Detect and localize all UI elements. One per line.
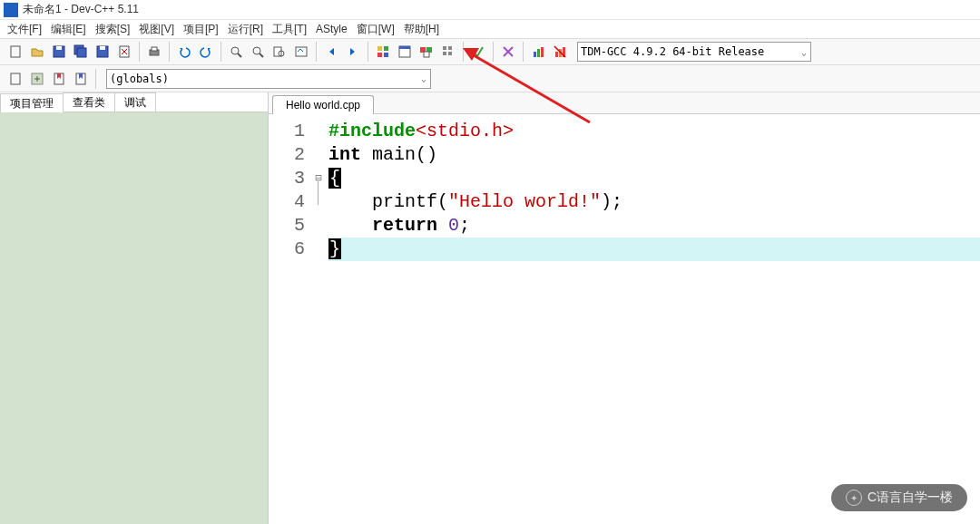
menu-run[interactable]: 运行[R] xyxy=(224,21,267,38)
svg-rect-28 xyxy=(443,46,446,50)
tab-project-manager[interactable]: 项目管理 xyxy=(0,93,64,112)
svg-rect-21 xyxy=(377,53,382,57)
separator xyxy=(523,42,524,62)
svg-line-15 xyxy=(260,53,263,57)
chevron-down-icon: ⌄ xyxy=(801,47,810,57)
toolbar-secondary: (globals) ⌄ xyxy=(0,65,980,92)
svg-rect-31 xyxy=(448,52,452,55)
rebuild-button[interactable] xyxy=(438,42,458,62)
delete-profile-button[interactable] xyxy=(550,42,570,62)
svg-rect-35 xyxy=(537,49,540,57)
title-bar: 未命名1 - Dev-C++ 5.11 xyxy=(0,0,980,20)
window-title: 未命名1 - Dev-C++ 5.11 xyxy=(23,2,139,17)
svg-rect-0 xyxy=(11,46,20,57)
svg-rect-29 xyxy=(448,46,452,50)
svg-rect-11 xyxy=(152,47,157,51)
find-in-files-button[interactable] xyxy=(270,42,289,62)
left-panel: 项目管理 查看类 调试 xyxy=(0,92,269,524)
separator xyxy=(316,42,317,62)
menu-edit[interactable]: 编辑[E] xyxy=(47,21,90,38)
find-button[interactable] xyxy=(226,42,246,62)
compile-run-button[interactable] xyxy=(416,42,436,62)
new-file-button[interactable] xyxy=(5,42,25,62)
code-area[interactable]: #include<stdio.h> int main() { printf("H… xyxy=(325,114,980,524)
separator xyxy=(368,42,368,62)
svg-rect-18 xyxy=(296,47,307,56)
open-button[interactable] xyxy=(27,42,47,62)
profile-button[interactable] xyxy=(528,42,548,62)
menu-search[interactable]: 搜索[S] xyxy=(92,21,134,38)
svg-rect-30 xyxy=(443,52,446,55)
svg-point-12 xyxy=(231,47,239,54)
svg-line-13 xyxy=(238,53,241,57)
menu-project[interactable]: 项目[P] xyxy=(180,21,222,38)
menu-bar: 文件[F] 编辑[E] 搜索[S] 视图[V] 项目[P] 运行[R] 工具[T… xyxy=(0,20,980,38)
fold-gutter: ⊟ xyxy=(312,114,325,524)
previous-bookmark-button[interactable] xyxy=(321,42,341,62)
menu-tools[interactable]: 工具[T] xyxy=(269,21,310,38)
replace-button[interactable] xyxy=(248,42,268,62)
compiler-label: TDM-GCC 4.9.2 64-bit Release xyxy=(581,45,764,58)
fold-marker[interactable]: ⊟ xyxy=(312,167,325,190)
svg-rect-41 xyxy=(11,73,20,84)
menu-help[interactable]: 帮助[H] xyxy=(400,21,443,38)
line-gutter: 1 2 3 4 5 6 xyxy=(269,114,312,524)
left-tabs: 项目管理 查看类 调试 xyxy=(0,92,268,112)
save-all-button[interactable] xyxy=(71,42,91,62)
globals-selector[interactable]: (globals) ⌄ xyxy=(106,69,431,89)
save-as-button[interactable] xyxy=(93,42,113,62)
save-button[interactable] xyxy=(49,42,69,62)
insert-button[interactable] xyxy=(27,69,47,89)
undo-button[interactable] xyxy=(174,42,194,62)
print-button[interactable] xyxy=(144,42,164,62)
menu-astyle[interactable]: AStyle xyxy=(312,22,351,36)
stop-button[interactable] xyxy=(498,42,518,62)
svg-rect-34 xyxy=(534,52,536,57)
svg-rect-36 xyxy=(541,47,544,57)
watermark: ✦ C语言自学一楼 xyxy=(831,484,967,511)
tab-class-view[interactable]: 查看类 xyxy=(63,92,115,112)
goto-bookmark-button[interactable] xyxy=(71,69,91,89)
svg-rect-6 xyxy=(100,46,105,50)
svg-rect-16 xyxy=(274,47,281,56)
separator xyxy=(95,69,96,89)
globals-label: (globals) xyxy=(110,73,169,85)
tab-debug[interactable]: 调试 xyxy=(114,92,156,112)
compile-button[interactable] xyxy=(373,42,393,62)
svg-rect-37 xyxy=(555,52,558,57)
project-tree[interactable] xyxy=(0,112,268,524)
svg-rect-20 xyxy=(384,46,388,51)
run-button[interactable] xyxy=(395,42,415,62)
menu-window[interactable]: 窗口[W] xyxy=(353,21,398,38)
separator xyxy=(139,42,140,62)
main-area: 项目管理 查看类 调试 Hello world.cpp 1 2 3 4 5 6 … xyxy=(0,92,980,524)
toggle-bookmark-button[interactable] xyxy=(49,69,69,89)
debug-button[interactable] xyxy=(468,42,488,62)
redo-button[interactable] xyxy=(196,42,216,62)
separator xyxy=(220,42,221,62)
toolbar-main: TDM-GCC 4.9.2 64-bit Release ⌄ xyxy=(0,38,980,65)
svg-rect-2 xyxy=(56,46,62,50)
watermark-text: C语言自学一楼 xyxy=(867,490,953,506)
next-bookmark-button[interactable] xyxy=(343,42,363,62)
file-tab-active[interactable]: Hello world.cpp xyxy=(272,95,374,114)
new-project-button[interactable] xyxy=(5,69,25,89)
separator xyxy=(463,42,464,62)
file-tabs: Hello world.cpp xyxy=(269,92,980,114)
svg-rect-24 xyxy=(399,46,410,49)
menu-file[interactable]: 文件[F] xyxy=(4,21,45,38)
menu-view[interactable]: 视图[V] xyxy=(135,21,178,38)
svg-rect-22 xyxy=(384,53,388,57)
code-editor[interactable]: 1 2 3 4 5 6 ⊟ #include<stdio.h> int main… xyxy=(269,114,980,524)
svg-rect-19 xyxy=(377,46,382,51)
separator xyxy=(493,42,494,62)
svg-rect-4 xyxy=(77,48,86,57)
app-icon xyxy=(4,3,18,17)
close-file-button[interactable] xyxy=(114,42,134,62)
compiler-selector[interactable]: TDM-GCC 4.9.2 64-bit Release ⌄ xyxy=(577,42,811,62)
editor-panel: Hello world.cpp 1 2 3 4 5 6 ⊟ #include<s… xyxy=(269,92,980,524)
separator xyxy=(169,42,170,62)
chevron-down-icon: ⌄ xyxy=(421,73,430,83)
wechat-icon: ✦ xyxy=(846,490,862,506)
goto-line-button[interactable] xyxy=(291,42,311,62)
